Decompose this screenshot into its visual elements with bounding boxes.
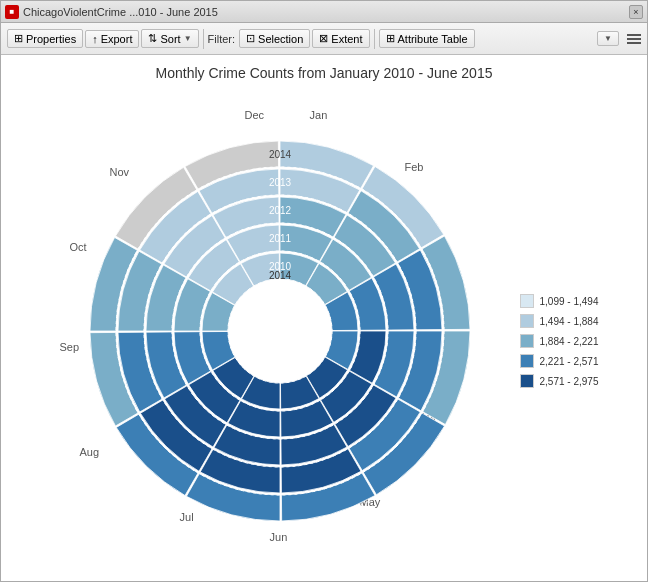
chart-area: Dec Jan Feb Mar Apr May Jun Jul Aug Sep … <box>11 91 637 571</box>
legend-item-1: 1,099 - 1,494 <box>520 294 599 308</box>
export-icon: ↑ <box>92 33 98 45</box>
svg-text:2014: 2014 <box>268 149 291 160</box>
attribute-table-button[interactable]: ⊞ Attribute Table <box>379 29 475 48</box>
export-button[interactable]: ↑ Export <box>85 30 139 48</box>
legend-color-5 <box>520 374 534 388</box>
legend-label-5: 2,571 - 2,975 <box>540 376 599 387</box>
toolbar: ⊞ Properties ↑ Export ⇅ Sort ▼ Filter: ⊡… <box>1 23 647 55</box>
svg-text:2012: 2012 <box>268 205 291 216</box>
year-2010-label: 2010 <box>268 342 291 353</box>
legend-color-1 <box>520 294 534 308</box>
chart-svg: 20142013201220112010 2014 2013 2012 2011… <box>50 101 510 561</box>
legend-color-2 <box>520 314 534 328</box>
chart-title: Monthly Crime Counts from January 2010 -… <box>156 65 493 81</box>
close-button[interactable]: × <box>629 5 643 19</box>
separator-2 <box>374 29 375 49</box>
svg-text:2011: 2011 <box>268 233 291 244</box>
filter-label: Filter: <box>208 33 236 45</box>
selection-icon: ⊡ <box>246 32 255 45</box>
year-2012-label: 2012 <box>268 310 291 321</box>
legend-item-2: 1,494 - 1,884 <box>520 314 599 328</box>
title-bar: ■ ChicagoViolentCrime ...010 - June 2015… <box>1 1 647 23</box>
legend-label-1: 1,099 - 1,494 <box>540 296 599 307</box>
content-area: Monthly Crime Counts from January 2010 -… <box>1 55 647 581</box>
year-2013-label: 2013 <box>268 292 291 303</box>
legend-label-3: 1,884 - 2,221 <box>540 336 599 347</box>
year-2014-label: 2014 <box>268 270 291 281</box>
sort-icon: ⇅ <box>148 32 157 45</box>
legend-label-2: 1,494 - 1,884 <box>540 316 599 327</box>
app-icon: ■ <box>5 5 19 19</box>
sort-button[interactable]: ⇅ Sort ▼ <box>141 29 198 48</box>
main-window: ■ ChicagoViolentCrime ...010 - June 2015… <box>0 0 648 582</box>
dropdown-button[interactable]: ▼ <box>597 31 619 46</box>
window-title: ChicagoViolentCrime ...010 - June 2015 <box>23 6 629 18</box>
legend-label-4: 2,221 - 2,571 <box>540 356 599 367</box>
extent-button[interactable]: ⊠ Extent <box>312 29 369 48</box>
chart-legend: 1,099 - 1,494 1,494 - 1,884 1,884 - 2,22… <box>520 274 599 388</box>
properties-button[interactable]: ⊞ Properties <box>7 29 83 48</box>
separator-1 <box>203 29 204 49</box>
toolbar-right: ▼ <box>597 31 641 46</box>
legend-item-4: 2,221 - 2,571 <box>520 354 599 368</box>
sort-dropdown-arrow: ▼ <box>184 34 192 43</box>
menu-dropdown-arrow: ▼ <box>604 34 612 43</box>
year-2011-label: 2011 <box>268 326 291 337</box>
legend-item-5: 2,571 - 2,975 <box>520 374 599 388</box>
svg-text:2013: 2013 <box>268 177 291 188</box>
properties-icon: ⊞ <box>14 32 23 45</box>
legend-color-4 <box>520 354 534 368</box>
legend-item-3: 1,884 - 2,221 <box>520 334 599 348</box>
selection-button[interactable]: ⊡ Selection <box>239 29 310 48</box>
extent-icon: ⊠ <box>319 32 328 45</box>
radial-chart: Dec Jan Feb Mar Apr May Jun Jul Aug Sep … <box>50 101 510 561</box>
list-view-icon[interactable] <box>627 34 641 44</box>
table-icon: ⊞ <box>386 32 395 45</box>
legend-color-3 <box>520 334 534 348</box>
